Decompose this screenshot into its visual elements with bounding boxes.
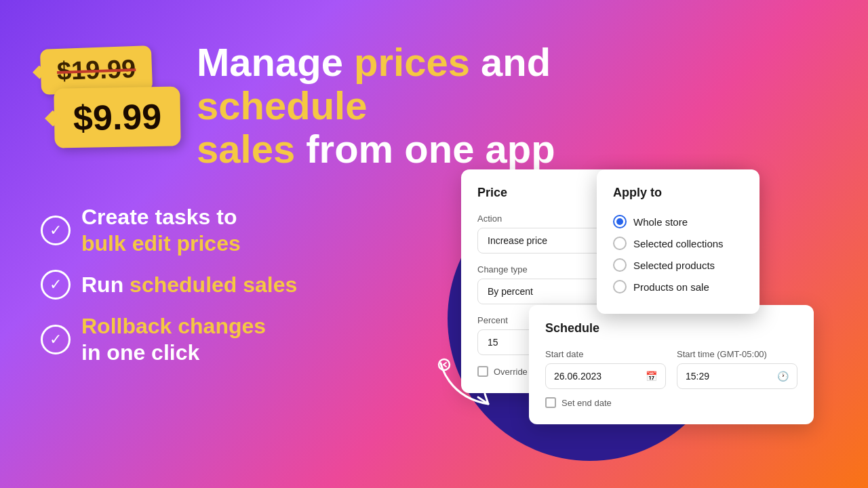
start-date-input[interactable]: 26.06.2023 📅 [545,363,666,389]
check-icon-1: ✓ [41,216,71,245]
radio-circle-on-sale [613,280,627,293]
feature-text-3: Rollback changesin one click [81,313,266,365]
schedule-card-title: Schedule [545,321,797,336]
start-date-label: Start date [545,349,666,359]
set-end-date-checkbox[interactable] [545,397,556,408]
price-tags: $19.99 $9.99 [41,47,176,147]
main-background: $19.99 $9.99 Manage prices and schedule … [0,0,868,488]
radio-label-products: Selected products [633,260,715,271]
start-time-field: Start time (GMT-05:00) 15:29 🕐 [677,349,797,389]
title-highlight-sales: sales [197,127,295,171]
apply-to-card: Apply to Whole store Selected collection… [597,169,760,314]
title-highlight-schedule: schedule [197,83,367,127]
radio-selected-products[interactable]: Selected products [613,254,743,276]
schedule-card: Schedule Start date 26.06.2023 📅 Start t… [529,305,814,424]
set-end-date-label: Set end date [561,398,612,408]
feature-text-2: Run scheduled sales [81,272,297,298]
price-tags-wrapper: $19.99 $9.99 [41,47,176,167]
new-price-tag: $9.99 [54,86,181,148]
radio-circle-whole-store [613,215,627,228]
start-time-label: Start time (GMT-05:00) [677,349,797,359]
arrow-decoration [434,357,515,413]
radio-label-whole-store: Whole store [633,216,688,228]
start-date-field: Start date 26.06.2023 📅 [545,349,666,389]
start-time-input[interactable]: 15:29 🕐 [677,363,797,389]
radio-circle-collections [613,237,627,250]
radio-whole-store[interactable]: Whole store [613,211,743,232]
schedule-row: Start date 26.06.2023 📅 Start time (GMT-… [545,349,797,389]
clock-icon: 🕐 [777,371,789,382]
right-content: Price Action Increase price Change type … [461,169,834,393]
radio-label-collections: Selected collections [633,238,724,249]
calendar-icon: 📅 [646,371,657,382]
title-highlight-prices: prices [354,40,470,84]
radio-label-on-sale: Products on sale [633,281,709,293]
feature-text-1: Create tasks tobulk edit prices [81,204,241,256]
radio-selected-collections[interactable]: Selected collections [613,232,743,254]
header-section: $19.99 $9.99 Manage prices and schedule … [41,41,827,170]
check-icon-2: ✓ [41,270,71,300]
apply-to-title: Apply to [613,186,743,200]
set-end-date-row: Set end date [545,397,797,408]
main-title: Manage prices and schedule sales from on… [197,41,604,170]
radio-products-on-sale[interactable]: Products on sale [613,276,743,298]
radio-circle-products [613,258,627,272]
check-icon-3: ✓ [41,325,71,354]
